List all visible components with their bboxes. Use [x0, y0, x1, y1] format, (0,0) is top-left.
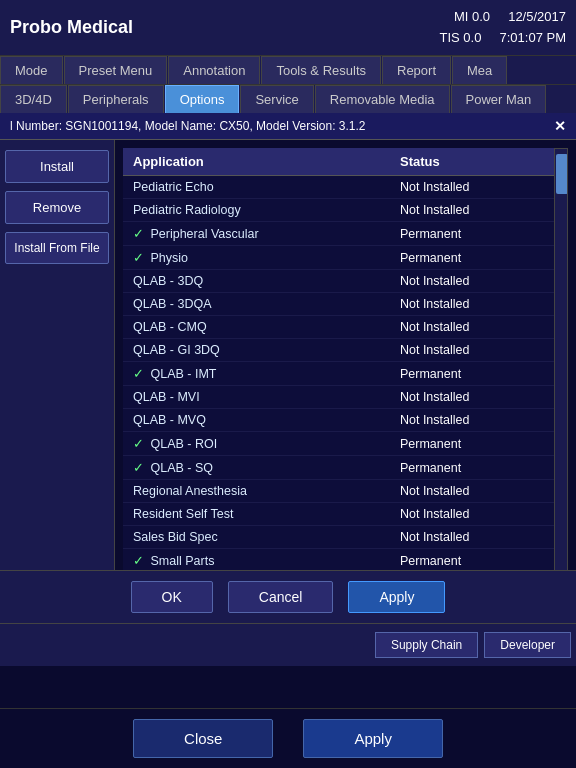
time-label: 7:01:07 PM [500, 30, 567, 45]
tab-removable-media[interactable]: Removable Media [315, 85, 450, 113]
scrollbar[interactable] [554, 148, 568, 570]
application-table: Application Status Pediatric EchoNot Ins… [123, 148, 554, 570]
checkmark-icon: ✓ [133, 554, 147, 568]
app-name-cell: Regional Anesthesia [123, 480, 390, 503]
table-row[interactable]: Resident Self TestNot Installed [123, 503, 554, 526]
app-name-cell: ✓ QLAB - ROI [123, 432, 390, 456]
tab-annotation[interactable]: Annotation [168, 56, 260, 84]
app-name-cell: QLAB - CMQ [123, 316, 390, 339]
status-cell: Not Installed [390, 293, 554, 316]
status-cell: Not Installed [390, 270, 554, 293]
tis-label: TIS 0.0 [440, 30, 482, 45]
table-row[interactable]: QLAB - MVINot Installed [123, 386, 554, 409]
tab-service[interactable]: Service [240, 85, 313, 113]
status-cell: Not Installed [390, 480, 554, 503]
table-row[interactable]: QLAB - CMQNot Installed [123, 316, 554, 339]
app-name-cell: ✓ QLAB - SQ [123, 456, 390, 480]
mi-tis-row: MI 0.0 12/5/2017 [440, 7, 566, 28]
tab-tools-results[interactable]: Tools & Results [261, 56, 381, 84]
table-row[interactable]: Pediatric EchoNot Installed [123, 176, 554, 199]
table-row[interactable]: ✓ QLAB - ROIPermanent [123, 432, 554, 456]
close-button[interactable]: Close [133, 719, 273, 758]
final-bottom-buttons: Close Apply [0, 708, 576, 768]
tab-preset-menu[interactable]: Preset Menu [64, 56, 168, 84]
app-name-cell: QLAB - MVQ [123, 409, 390, 432]
tis-time-row: TIS 0.0 7:01:07 PM [440, 28, 566, 49]
table-row[interactable]: ✓ Peripheral VascularPermanent [123, 222, 554, 246]
status-cell: Not Installed [390, 503, 554, 526]
install-button[interactable]: Install [5, 150, 109, 183]
table-row[interactable]: ✓ Small PartsPermanent [123, 549, 554, 571]
col-status: Status [390, 148, 554, 176]
table-row[interactable]: ✓ PhysioPermanent [123, 246, 554, 270]
install-from-file-button[interactable]: Install From File [5, 232, 109, 264]
close-icon[interactable]: ✕ [554, 118, 566, 134]
apply-button[interactable]: Apply [348, 581, 445, 613]
app-name-cell: Resident Self Test [123, 503, 390, 526]
tab-mode[interactable]: Mode [0, 56, 63, 84]
remove-button[interactable]: Remove [5, 191, 109, 224]
app-name-cell: QLAB - MVI [123, 386, 390, 409]
status-cell: Not Installed [390, 316, 554, 339]
tab-power-man[interactable]: Power Man [451, 85, 547, 113]
date-label: 12/5/2017 [508, 9, 566, 24]
status-cell: Permanent [390, 222, 554, 246]
tab-peripherals[interactable]: Peripherals [68, 85, 164, 113]
status-cell: Not Installed [390, 176, 554, 199]
table-row[interactable]: QLAB - GI 3DQNot Installed [123, 339, 554, 362]
model-text: l Number: SGN1001194, Model Name: CX50, … [10, 119, 366, 133]
tab-3d-4d[interactable]: 3D/4D [0, 85, 67, 113]
status-cell: Not Installed [390, 199, 554, 222]
table-scroll: Application Status Pediatric EchoNot Ins… [123, 148, 554, 570]
tab-mea[interactable]: Mea [452, 56, 507, 84]
system-info: MI 0.0 12/5/2017 TIS 0.0 7:01:07 PM [440, 7, 566, 49]
status-cell: Permanent [390, 246, 554, 270]
application-table-container: Application Status Pediatric EchoNot Ins… [115, 140, 576, 570]
cancel-button[interactable]: Cancel [228, 581, 334, 613]
status-cell: Not Installed [390, 526, 554, 549]
sidebar: Install Remove Install From File [0, 140, 115, 570]
table-row[interactable]: QLAB - 3DQANot Installed [123, 293, 554, 316]
tab-row-2: 3D/4D Peripherals Options Service Remova… [0, 84, 576, 113]
table-row[interactable]: Regional AnesthesiaNot Installed [123, 480, 554, 503]
app-name-cell: QLAB - 3DQ [123, 270, 390, 293]
ok-button[interactable]: OK [131, 581, 213, 613]
status-cell: Permanent [390, 362, 554, 386]
dialog-buttons: OK Cancel Apply [0, 570, 576, 623]
table-row[interactable]: QLAB - MVQNot Installed [123, 409, 554, 432]
app-name-cell: ✓ Small Parts [123, 549, 390, 571]
table-row[interactable]: Sales Bid SpecNot Installed [123, 526, 554, 549]
checkmark-icon: ✓ [133, 461, 147, 475]
app-name-cell: QLAB - GI 3DQ [123, 339, 390, 362]
app-name-cell: Pediatric Echo [123, 176, 390, 199]
col-application: Application [123, 148, 390, 176]
checkmark-icon: ✓ [133, 251, 147, 265]
final-apply-button[interactable]: Apply [303, 719, 443, 758]
app-name-cell: Pediatric Radiology [123, 199, 390, 222]
model-bar: l Number: SGN1001194, Model Name: CX50, … [0, 113, 576, 140]
tab-options[interactable]: Options [165, 85, 240, 113]
table-row[interactable]: ✓ QLAB - IMTPermanent [123, 362, 554, 386]
checkmark-icon: ✓ [133, 227, 147, 241]
table-header-row: Application Status [123, 148, 554, 176]
bottom-tabs: Supply Chain Developer [0, 623, 576, 666]
checkmark-icon: ✓ [133, 437, 147, 451]
checkmark-icon: ✓ [133, 367, 147, 381]
table-wrapper: Application Status Pediatric EchoNot Ins… [123, 148, 568, 570]
app-name-cell: ✓ QLAB - IMT [123, 362, 390, 386]
supply-chain-tab[interactable]: Supply Chain [375, 632, 478, 658]
main-content: Install Remove Install From File Applica… [0, 140, 576, 570]
table-row[interactable]: Pediatric RadiologyNot Installed [123, 199, 554, 222]
brand-label: Probo Medical [10, 17, 133, 38]
table-row[interactable]: QLAB - 3DQNot Installed [123, 270, 554, 293]
status-cell: Permanent [390, 456, 554, 480]
status-cell: Not Installed [390, 339, 554, 362]
developer-tab[interactable]: Developer [484, 632, 571, 658]
app-name-cell: QLAB - 3DQA [123, 293, 390, 316]
app-name-cell: ✓ Peripheral Vascular [123, 222, 390, 246]
tab-report[interactable]: Report [382, 56, 451, 84]
status-cell: Permanent [390, 432, 554, 456]
mi-label: MI 0.0 [454, 9, 490, 24]
status-cell: Permanent [390, 549, 554, 571]
table-row[interactable]: ✓ QLAB - SQPermanent [123, 456, 554, 480]
